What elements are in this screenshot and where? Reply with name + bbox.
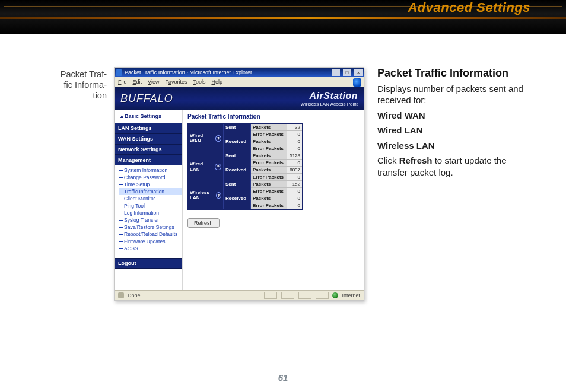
wlss-recv-pk-value: 0 — [287, 195, 302, 202]
description-column: Packet Traffic Information Displays numb… — [377, 67, 530, 181]
window-minimize-button[interactable]: _ — [332, 69, 340, 76]
status-done-icon — [118, 292, 124, 298]
status-segment — [281, 292, 294, 299]
ie-throbber-icon — [353, 78, 361, 87]
iface-wired-wan: Wired WAN? — [188, 124, 224, 152]
description-intro: Displays number of packets sent and rece… — [377, 83, 530, 106]
status-segment — [264, 292, 277, 299]
nav-item-syslog-transfer[interactable]: Syslog Transfer — [119, 216, 182, 224]
wwan-recv-er-label: Error Packets — [251, 145, 287, 152]
wwan-recv-pk-value: 0 — [287, 138, 302, 145]
security-zone-label: Internet — [342, 292, 360, 298]
internet-zone-icon — [332, 292, 338, 298]
wlan-sent-er-value: 0 — [287, 160, 302, 167]
nav-section-wan[interactable]: WAN Settings — [115, 133, 182, 144]
nav-item-client-monitor[interactable]: Client Monitor — [119, 195, 182, 202]
wlss-sent-pk-value: 152 — [287, 181, 302, 188]
menu-view[interactable]: View — [148, 79, 159, 85]
status-segment — [316, 292, 329, 299]
main-panel: Packet Traffic Information Wired WAN? Se… — [183, 110, 364, 291]
traffic-table: Wired WAN? Sent Packets 32 Error Packets… — [187, 123, 303, 210]
browser-statusbar: Done Internet — [115, 290, 364, 300]
app-header: BUFFALO AirStation Wireless LAN Access P… — [115, 87, 364, 110]
nav-items-list: System Information Change Password Time … — [115, 165, 182, 254]
page-number: 61 — [0, 372, 566, 383]
nav-item-system-information[interactable]: System Information — [119, 167, 182, 174]
wwan-sent-pk-label: Packets — [251, 124, 287, 131]
iface-wireless-lan: Wireless LAN? — [188, 181, 224, 209]
wlan-recv-label: Received — [224, 167, 251, 181]
wlss-sent-label: Sent — [224, 181, 251, 195]
bullet-wired-lan: Wired LAN — [377, 125, 530, 136]
status-segment — [298, 292, 311, 299]
nav-item-firmware-updates[interactable]: Firmware Updates — [119, 238, 182, 245]
bullet-wired-wan: Wired WAN — [377, 110, 530, 122]
window-title: Packet Traffic Information · Microsoft I… — [125, 69, 252, 75]
basic-settings-link[interactable]: ▲Basic Settings — [115, 110, 182, 123]
wlss-recv-er-label: Error Packets — [251, 202, 287, 209]
wwan-sent-label: Sent — [224, 124, 251, 138]
description-refresh: Click Refresh to start update the transf… — [377, 155, 530, 178]
wlss-recv-pk-label: Packets — [251, 195, 287, 202]
browser-menubar: File Edit View Favorites Tools Help — [115, 77, 364, 87]
wlan-recv-er-value: 0 — [287, 174, 302, 181]
wlan-recv-pk-value: 8837 — [287, 167, 302, 174]
nav-item-time-setup[interactable]: Time Setup — [119, 181, 182, 188]
brand-subtitle: Wireless LAN Access Point — [301, 101, 358, 107]
ie-app-icon — [116, 69, 122, 76]
refresh-button[interactable]: Refresh — [187, 218, 220, 228]
help-icon[interactable]: ? — [215, 135, 221, 142]
nav-item-log-information[interactable]: Log Information — [119, 209, 182, 216]
nav-section-lan[interactable]: LAN Settings — [115, 123, 182, 133]
wlan-sent-er-label: Error Packets — [251, 160, 287, 167]
menu-favorites[interactable]: Favorites — [165, 79, 187, 85]
menu-file[interactable]: File — [118, 79, 127, 85]
buffalo-logo: BUFFALO — [120, 93, 173, 105]
help-icon[interactable]: ? — [215, 164, 221, 170]
app-content: ▲Basic Settings LAN Settings WAN Setting… — [115, 110, 364, 291]
doc-header-banner: Advanced Settings — [0, 0, 566, 34]
nav-item-reboot[interactable]: Reboot/Reload Defaults — [119, 231, 182, 238]
margin-caption: Packet Traf-fic Informa-tion — [42, 69, 107, 101]
wlss-recv-label: Received — [224, 195, 251, 209]
menu-edit[interactable]: Edit — [133, 79, 142, 85]
brand-name: AirStation — [301, 91, 358, 101]
nav-item-save-restore[interactable]: Save/Restore Settings — [119, 224, 182, 231]
wlan-sent-pk-label: Packets — [251, 152, 287, 160]
logout-button[interactable]: Logout — [115, 258, 182, 269]
footer-rule — [39, 368, 536, 368]
nav-item-ping-tool[interactable]: Ping Tool — [119, 202, 182, 209]
window-close-button[interactable]: × — [354, 69, 363, 76]
nav-section-network[interactable]: Network Settings — [115, 144, 182, 155]
wwan-sent-pk-value: 32 — [287, 124, 302, 131]
wwan-sent-er-value: 0 — [287, 131, 302, 138]
menu-tools[interactable]: Tools — [193, 79, 205, 85]
nav-item-aoss[interactable]: AOSS — [119, 245, 182, 252]
airstation-brand: AirStation Wireless LAN Access Point — [301, 91, 358, 107]
wlss-recv-er-value: 0 — [287, 202, 302, 209]
wlan-sent-pk-value: 5128 — [287, 152, 302, 160]
wlan-sent-label: Sent — [224, 152, 251, 167]
nav-item-change-password[interactable]: Change Password — [119, 174, 182, 181]
window-maximize-button[interactable]: □ — [343, 69, 351, 76]
nav-item-traffic-information[interactable]: Traffic Information — [119, 188, 182, 195]
browser-screenshot: Packet Traffic Information · Microsoft I… — [114, 67, 364, 301]
wwan-recv-er-value: 0 — [287, 145, 302, 152]
wwan-sent-er-label: Error Packets — [251, 131, 287, 138]
left-nav: ▲Basic Settings LAN Settings WAN Setting… — [115, 110, 183, 291]
doc-body: Packet Traf-fic Informa-tion Packet Traf… — [0, 34, 566, 392]
wlss-sent-er-label: Error Packets — [251, 188, 287, 195]
panel-title: Packet Traffic Information — [187, 113, 359, 120]
wwan-recv-label: Received — [224, 138, 251, 152]
description-heading: Packet Traffic Information — [377, 67, 530, 79]
wlan-recv-er-label: Error Packets — [251, 174, 287, 181]
menu-help[interactable]: Help — [211, 79, 222, 85]
nav-section-management[interactable]: Management — [115, 155, 182, 165]
help-icon[interactable]: ? — [216, 192, 221, 199]
bullet-wireless-lan: Wireless LAN — [377, 140, 530, 152]
iface-wired-lan: Wired LAN? — [188, 152, 224, 181]
wwan-recv-pk-label: Packets — [251, 138, 287, 145]
window-titlebar: Packet Traffic Information · Microsoft I… — [115, 68, 364, 77]
wlan-recv-pk-label: Packets — [251, 167, 287, 174]
page-section-title: Advanced Settings — [408, 0, 530, 15]
